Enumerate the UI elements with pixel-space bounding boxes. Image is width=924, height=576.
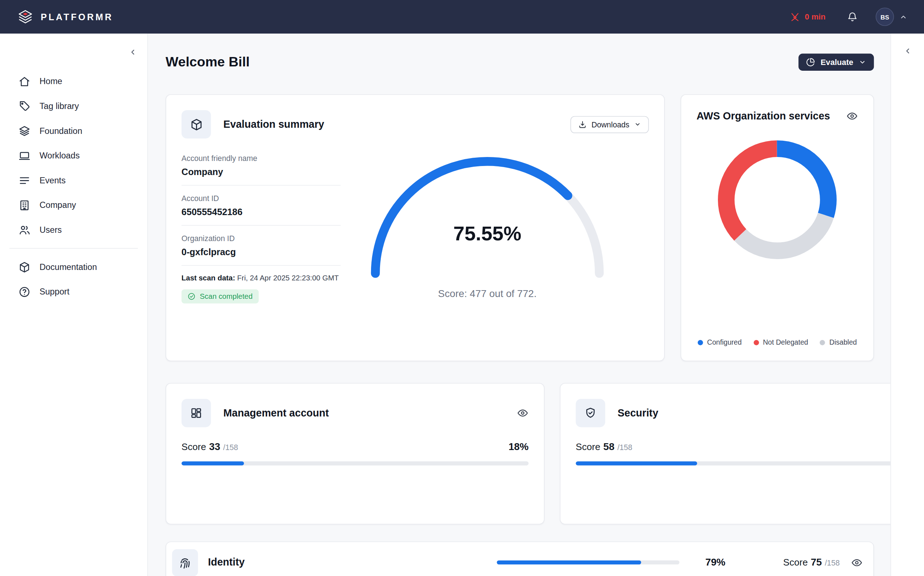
notifications-button[interactable] [847,11,858,22]
downloads-label: Downloads [591,120,630,128]
chevron-up-icon[interactable] [899,13,907,21]
sidebar-item-label: Foundation [39,126,82,135]
aws-title: AWS Organization services [697,110,830,122]
sidebar-item-tag-library[interactable]: Tag library [0,94,147,119]
field-organization-id: Organization ID 0-gxfclpracg [182,234,341,266]
shield-check-icon [576,399,605,427]
list-icon [18,174,31,186]
chevron-down-icon [858,58,866,66]
avatar[interactable]: BS [876,8,894,26]
sidebar-item-home[interactable]: Home [0,69,147,94]
bell-icon [847,11,858,22]
donut-chart [697,133,858,266]
legend-dot [754,339,759,345]
brand[interactable]: PLATFORMR [17,9,114,24]
pie-chart-icon [806,58,815,66]
view-details-button[interactable] [851,557,863,568]
body: Home Tag library Foundation Workloads [0,34,924,576]
sidebar-item-label: Workloads [39,151,79,160]
cube-icon [182,110,211,138]
sidebar: Home Tag library Foundation Workloads [0,34,148,576]
sidebar-item-workloads[interactable]: Workloads [0,143,147,168]
field-value: 650555452186 [182,207,341,217]
security-card: Security Score58/158 35% [560,383,890,525]
rightrail-collapse-chevron-icon[interactable] [903,46,912,55]
sidebar-collapse-chevron-icon[interactable] [126,45,139,58]
dashboard-icon [182,399,211,427]
brand-name: PLATFORMR [41,11,114,22]
sidebar-item-company[interactable]: Company [0,193,147,218]
card-header: Management account [182,399,529,427]
field-account-friendly-name: Account friendly name Company [182,154,341,186]
sidebar-item-users[interactable]: Users [0,217,147,242]
sidebar-divider [10,248,138,249]
view-details-button[interactable] [846,110,858,122]
sidebar-item-label: Events [39,176,66,185]
eye-icon [846,110,858,122]
score-cards-row: Management account Score33/158 18% [166,383,874,525]
legend-item-not-delegated: Not Delegated [754,338,808,346]
sidebar-item-documentation[interactable]: Documentation [0,254,147,279]
card-title: Management account [224,407,329,419]
summary-card-header: Evaluation summary Downloads [182,110,649,138]
legend-label: Disabled [830,338,857,346]
scan-timer-label: 0 min [805,12,826,21]
page-header: Welcome Bill Evaluate [166,54,874,71]
row-title: Identity [208,556,497,568]
view-details-button[interactable] [517,407,529,419]
management-account-card: Management account Score33/158 18% [166,383,545,525]
sidebar-item-label: Tag library [39,101,79,111]
last-scan-label: Last scan data: [182,274,235,282]
progress-bar [497,560,679,565]
identity-row: Identity 79% Score75/158 [166,541,874,576]
laptop-icon [18,149,31,162]
layers-icon [18,125,31,137]
downloads-button[interactable]: Downloads [570,116,649,133]
sidebar-item-support[interactable]: Support [0,279,147,304]
avatar-initials: BS [881,13,889,21]
field-value: 0-gxfclpracg [182,247,341,257]
score-row: Score33/158 18% [182,442,529,453]
card-title: Security [617,407,659,419]
download-icon [578,120,587,128]
top-cards-row: Evaluation summary Downloads [166,94,874,361]
gauge-score-text: Score: 477 out of 772. [361,288,614,300]
sidebar-item-label: Home [39,77,62,86]
row-percent: 79% [690,557,726,568]
evaluate-button[interactable]: Evaluate [799,54,874,71]
field-label: Account friendly name [182,154,341,162]
main-content: Welcome Bill Evaluate [148,34,890,576]
row-score: Score75/158 [757,557,840,568]
scan-timer[interactable]: 0 min [790,11,825,22]
evaluation-summary-card: Evaluation summary Downloads [166,94,665,361]
users-icon [18,224,31,236]
gauge-percent: 75.55% [361,222,614,245]
score-gauge: 75.55% Score: 477 out of 772. [361,153,614,318]
progress-bar [576,461,890,465]
fingerprint-icon [172,549,198,576]
legend-item-configured: Configured [698,338,742,346]
evaluate-label: Evaluate [820,58,853,66]
legend-item-disabled: Disabled [820,338,857,346]
score-text: Score58/158 [576,442,632,453]
platformr-logo-icon [17,9,34,24]
right-rail [890,34,924,576]
scan-status-label: Scan completed [200,292,252,301]
scale-wrapper: PLATFORMR 0 min [0,0,924,576]
legend-dot [820,339,825,345]
aws-card-header: AWS Organization services [697,110,858,122]
sidebar-item-label: Documentation [39,262,97,272]
tag-icon [18,100,31,112]
topbar: PLATFORMR 0 min [0,0,924,34]
category-rows: Identity 79% Score75/158 [166,541,874,576]
box-icon [18,261,31,273]
score-row: Score58/158 35% [576,442,890,453]
sidebar-item-foundation[interactable]: Foundation [0,118,147,143]
question-circle-icon [18,285,31,298]
sidebar-item-label: Support [39,287,69,296]
aws-services-card: AWS Organization services Co [681,94,874,361]
card-header: Security [576,399,890,427]
field-label: Account ID [182,194,341,202]
building-icon [18,199,31,211]
sidebar-item-events[interactable]: Events [0,168,147,193]
